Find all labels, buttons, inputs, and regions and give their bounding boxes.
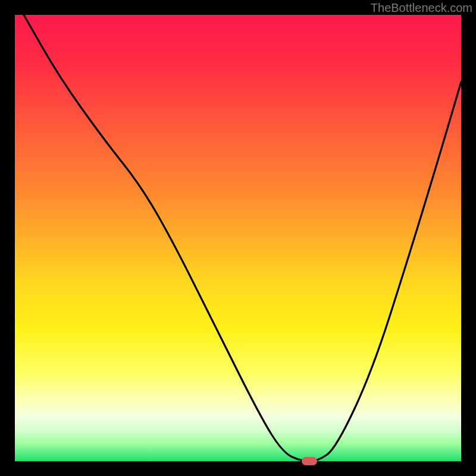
optimal-marker (302, 457, 317, 465)
chart-frame: TheBottleneck.com (0, 0, 476, 476)
plot-area (15, 15, 461, 461)
watermark-text: TheBottleneck.com (371, 1, 472, 15)
bottleneck-curve (24, 15, 461, 461)
curve-svg (15, 15, 461, 461)
